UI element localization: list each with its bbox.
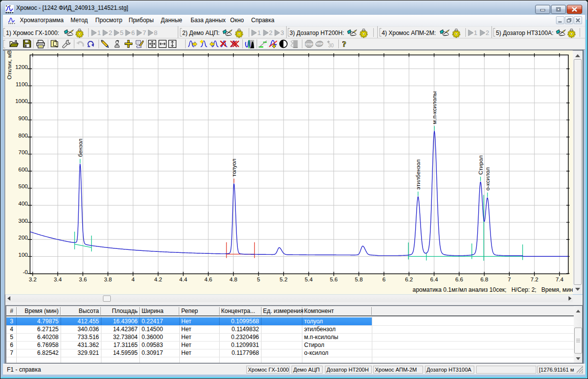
svg-text:бензол: бензол [77,138,83,157]
svg-text:500: 500 [18,183,28,189]
svg-text:Отклик, мВ: Отклик, мВ [6,50,12,79]
svg-text:5.4: 5.4 [305,276,313,282]
svg-text:4: 4 [131,276,135,282]
svg-text:1100: 1100 [16,81,28,87]
svg-text:300: 300 [18,218,28,224]
svg-text:-0: -0 [23,269,28,275]
svg-text:900: 900 [18,115,28,121]
svg-text:этилбензол: этилбензол [415,159,421,189]
svg-text:?: ? [342,39,346,48]
svg-text:4.8: 4.8 [229,276,237,282]
svg-text:6.6: 6.6 [455,276,463,282]
svg-text:800: 800 [18,133,28,138]
svg-text:600: 600 [18,167,28,172]
svg-text:6.8: 6.8 [480,276,488,282]
svg-text:6.2: 6.2 [405,276,413,282]
svg-text:толуол: толуол [231,159,237,176]
svg-text:30: 30 [328,43,334,48]
svg-text:3.2: 3.2 [29,276,36,282]
svg-text:ароматика 0.1мг/мл анализ 10се: ароматика 0.1мг/мл анализ 10сек; Н/Сер: … [413,286,573,293]
svg-text:5.2: 5.2 [280,276,288,282]
svg-text:Стирол: Стирол [478,155,484,174]
svg-text:1000: 1000 [15,98,28,104]
svg-text:7.2: 7.2 [530,276,538,282]
svg-text:4.2: 4.2 [154,276,162,282]
svg-text:3.4: 3.4 [54,276,62,282]
svg-text:700: 700 [18,149,28,155]
svg-text:6.4: 6.4 [430,276,439,282]
svg-text:STOP: STOP [305,43,313,46]
svg-text:STOP: STOP [316,42,323,45]
svg-text:6: 6 [382,276,385,282]
svg-text:3.8: 3.8 [104,276,112,282]
svg-text:м.п-ксилолы: м.п-ксилолы [431,91,437,124]
svg-text:200: 200 [18,235,28,241]
svg-text:100: 100 [18,252,28,258]
svg-text:4.6: 4.6 [204,276,212,282]
svg-text:7.4: 7.4 [555,276,564,282]
svg-text:о-ксилол: о-ксилол [485,168,490,191]
svg-text:5.8: 5.8 [355,276,363,282]
svg-text:4.4: 4.4 [179,276,188,282]
svg-text:5: 5 [257,276,260,282]
svg-text:1200: 1200 [15,64,28,70]
svg-text:400: 400 [18,201,28,207]
svg-text:7: 7 [508,276,511,282]
svg-text:5.6: 5.6 [330,276,338,282]
svg-text:3.6: 3.6 [79,276,87,282]
